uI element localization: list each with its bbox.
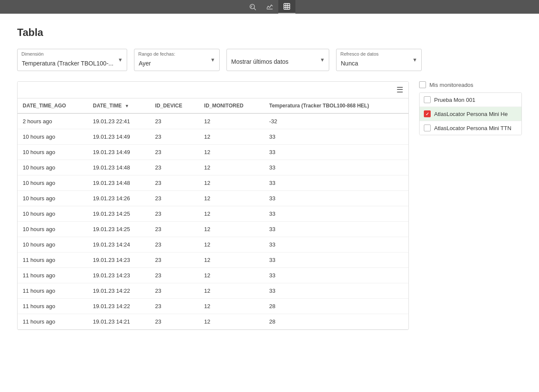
table-header-bar: ☰	[18, 82, 408, 98]
col-temperatura: Temperatura (Tracker TBOL100-868 HEL)	[264, 98, 408, 113]
table-row: 10 hours ago 19.01.23 14:48 23 12 33	[18, 175, 408, 191]
cell-device: 23	[150, 191, 199, 206]
cell-device: 23	[150, 283, 199, 299]
cell-device: 23	[150, 175, 199, 191]
table-section: ☰ DATE_TIME_AGO DATE_TIME ▼	[17, 81, 409, 330]
cell-datetime: 19.01.23 22:41	[88, 113, 150, 129]
sidebar-item-label: Prueba Mon 001	[434, 97, 475, 103]
cell-datetime: 19.01.23 14:25	[88, 222, 150, 237]
cell-datetime: 19.01.23 14:25	[88, 206, 150, 222]
data-table: DATE_TIME_AGO DATE_TIME ▼ ID_DEVICE ID_M…	[18, 98, 408, 330]
cell-device: 23	[150, 268, 199, 283]
table-row: 11 hours ago 19.01.23 14:23 23 12 33	[18, 252, 408, 268]
cell-ago: 10 hours ago	[18, 175, 88, 191]
chart-toolbar-button[interactable]	[261, 0, 278, 14]
cell-ago: 2 hours ago	[18, 113, 88, 129]
cell-ago: 11 hours ago	[18, 299, 88, 314]
filters-row: Dimensión Temperatura (Tracker TBOL100-.…	[17, 49, 522, 71]
table-menu-icon[interactable]: ☰	[396, 85, 403, 95]
cell-ago: 10 hours ago	[18, 237, 88, 252]
search-toolbar-button[interactable]	[244, 0, 261, 14]
sidebar-item-atlas-ttn[interactable]: AtlasLocator Persona Mini TTN	[420, 121, 521, 135]
sidebar-checkbox-atlas-ttn[interactable]	[424, 125, 431, 131]
cell-ago: 11 hours ago	[18, 268, 88, 283]
sidebar-checkbox-atlas-hel[interactable]: ✓	[424, 110, 431, 117]
sidebar-item-label: AtlasLocator Persona Mini TTN	[434, 125, 511, 131]
col-id-device: ID_DEVICE	[150, 98, 199, 113]
cell-monitored: 12	[199, 252, 264, 268]
cell-ago: 10 hours ago	[18, 160, 88, 175]
svg-rect-4	[284, 3, 290, 9]
sidebar-checkbox-prueba[interactable]	[424, 96, 431, 103]
table-row: 10 hours ago 19.01.23 14:25 23 12 33	[18, 222, 408, 237]
cell-datetime: 19.01.23 14:23	[88, 268, 150, 283]
cell-monitored: 12	[199, 160, 264, 175]
cell-temp: 33	[264, 222, 408, 237]
top-toolbar	[0, 0, 539, 14]
table-row: 11 hours ago 19.01.23 14:22 23 12 33	[18, 283, 408, 299]
cell-datetime: 19.01.23 14:48	[88, 175, 150, 191]
cell-ago: 10 hours ago	[18, 191, 88, 206]
cell-ago: 10 hours ago	[18, 206, 88, 222]
cell-monitored: 12	[199, 191, 264, 206]
sidebar-section-label: Mis monitoreados	[419, 81, 522, 88]
cell-device: 23	[150, 206, 199, 222]
cell-temp: 33	[264, 145, 408, 160]
date-range-filter: Rango de fechas: Ayer ▼	[134, 49, 220, 71]
table-row: 10 hours ago 19.01.23 14:48 23 12 33	[18, 160, 408, 175]
dimension-label: Dimensión	[21, 51, 44, 56]
display-filter: Mostrar últimos datos ▼	[226, 49, 329, 71]
table-header-row: DATE_TIME_AGO DATE_TIME ▼ ID_DEVICE ID_M…	[18, 98, 408, 113]
table-row: 10 hours ago 19.01.23 14:26 23 12 33	[18, 191, 408, 206]
table-row: 11 hours ago 19.01.23 14:21 23 12 28	[18, 314, 408, 330]
table-row: 10 hours ago 19.01.23 14:25 23 12 33	[18, 206, 408, 222]
cell-temp: 33	[264, 268, 408, 283]
date-range-label: Rango de fechas:	[138, 51, 175, 56]
cell-monitored: 12	[199, 175, 264, 191]
cell-monitored: 12	[199, 268, 264, 283]
cell-monitored: 12	[199, 206, 264, 222]
cell-datetime: 19.01.23 14:49	[88, 129, 150, 145]
cell-datetime: 19.01.23 14:26	[88, 191, 150, 206]
sidebar-item-label: AtlasLocator Persona Mini He	[434, 111, 508, 117]
cell-datetime: 19.01.23 14:48	[88, 160, 150, 175]
display-select[interactable]: Mostrar últimos datos	[226, 49, 329, 71]
refresh-filter: Refresco de datos Nunca ▼	[336, 49, 422, 71]
cell-ago: 10 hours ago	[18, 145, 88, 160]
table-wrapper[interactable]: DATE_TIME_AGO DATE_TIME ▼ ID_DEVICE ID_M…	[18, 98, 408, 330]
cell-datetime: 19.01.23 14:21	[88, 314, 150, 330]
cell-temp: 33	[264, 191, 408, 206]
table-row: 10 hours ago 19.01.23 14:49 23 12 33	[18, 129, 408, 145]
cell-device: 23	[150, 145, 199, 160]
cell-datetime: 19.01.23 14:22	[88, 283, 150, 299]
cell-monitored: 12	[199, 222, 264, 237]
table-body: 2 hours ago 19.01.23 22:41 23 12 -32 10 …	[18, 113, 408, 330]
cell-monitored: 12	[199, 113, 264, 129]
table-toolbar-button[interactable]	[278, 0, 295, 14]
content-area: ☰ DATE_TIME_AGO DATE_TIME ▼	[17, 81, 522, 330]
cell-monitored: 12	[199, 314, 264, 330]
sidebar-panel: Mis monitoreados Prueba Mon 001 ✓ AtlasL…	[419, 81, 522, 330]
col-id-monitored: ID_MONITORED	[199, 98, 264, 113]
cell-temp: 33	[264, 252, 408, 268]
cell-monitored: 12	[199, 145, 264, 160]
cell-datetime: 19.01.23 14:24	[88, 237, 150, 252]
sidebar-item-atlas-hel[interactable]: ✓ AtlasLocator Persona Mini He	[420, 107, 521, 121]
sidebar-item-prueba[interactable]: Prueba Mon 001	[420, 93, 521, 107]
sidebar-header-checkbox[interactable]	[419, 81, 426, 88]
cell-datetime: 19.01.23 14:22	[88, 299, 150, 314]
cell-temp: 33	[264, 237, 408, 252]
cell-device: 23	[150, 252, 199, 268]
dimension-filter: Dimensión Temperatura (Tracker TBOL100-.…	[17, 49, 127, 71]
cell-device: 23	[150, 129, 199, 145]
sidebar-checkbox-group: Prueba Mon 001 ✓ AtlasLocator Persona Mi…	[419, 92, 522, 135]
col-date-time-ago: DATE_TIME_AGO	[18, 98, 88, 113]
cell-temp: 33	[264, 160, 408, 175]
svg-point-0	[250, 4, 255, 9]
cell-device: 23	[150, 299, 199, 314]
table-row: 11 hours ago 19.01.23 14:22 23 12 28	[18, 299, 408, 314]
cell-ago: 11 hours ago	[18, 314, 88, 330]
svg-line-2	[251, 6, 252, 6]
cell-monitored: 12	[199, 299, 264, 314]
col-date-time[interactable]: DATE_TIME ▼	[88, 98, 150, 113]
